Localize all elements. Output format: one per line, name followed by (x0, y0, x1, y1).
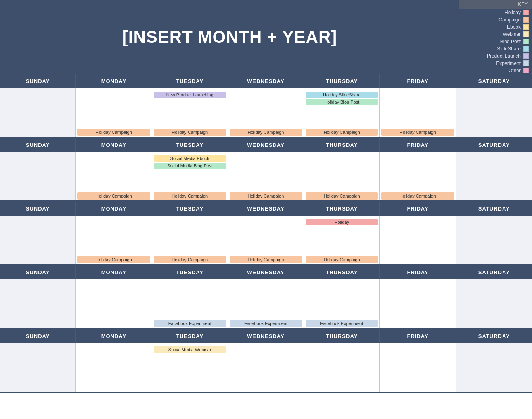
day-cell-w0-d6 (456, 88, 532, 137)
key-item-campaign: Campaign (459, 16, 532, 23)
day-cell-w3-d5 (380, 279, 456, 328)
header-title-area: [INSERT MONTH + YEAR] (0, 0, 459, 74)
day-cell-w1-d3: Holiday Campaign (228, 152, 304, 200)
bottom-tag-w1-d3: Holiday Campaign (230, 192, 302, 200)
key-item-launch: Product Launch (459, 52, 532, 60)
day-header-monday: MONDAY (76, 202, 152, 216)
event-tag-w1-d2-e1: Social Media Blog Post (154, 163, 226, 169)
day-cell-w1-d0 (0, 152, 76, 200)
day-header-monday: MONDAY (76, 329, 152, 343)
event-tag-w2-d4-e0: Holiday (306, 219, 378, 225)
week-header-2: SUNDAYMONDAYTUESDAYWEDNESDAYTHURSDAYFRID… (0, 202, 532, 216)
key-item-blogpost: Blog Post (459, 38, 532, 45)
day-cell-w2-d5 (380, 216, 456, 264)
day-cell-w1-d6 (456, 152, 532, 200)
key-item-slideshare: SlideShare (459, 45, 532, 52)
top-events-w4-d2: Social Media Webinar (154, 346, 226, 353)
day-cell-w4-d5 (380, 343, 456, 392)
bottom-tag-w1-d2: Holiday Campaign (154, 192, 226, 200)
day-header-thursday: THURSDAY (304, 265, 380, 279)
day-cell-w0-d0 (0, 88, 76, 137)
event-tag-w0-d4-e0: Holiday SlideShare (306, 92, 378, 98)
key-color-holiday (523, 10, 529, 15)
key-color-slideshare (523, 46, 529, 52)
day-header-friday: FRIDAY (380, 202, 456, 216)
day-header-tuesday: TUESDAY (152, 74, 228, 88)
calendar-app: [INSERT MONTH + YEAR] KEY: HolidayCampai… (0, 0, 532, 393)
key-label-slideshare: SlideShare (497, 46, 521, 52)
day-header-wednesday: WEDNESDAY (228, 329, 304, 343)
key-color-blogpost (523, 39, 529, 44)
key-item-webinar: Webinar (459, 31, 532, 38)
bottom-tag-w3-d3: Facebook Experiment (230, 320, 302, 327)
day-cell-w3-d0 (0, 279, 76, 328)
week-header-4: SUNDAYMONDAYTUESDAYWEDNESDAYTHURSDAYFRID… (0, 329, 532, 343)
day-header-friday: FRIDAY (380, 265, 456, 279)
day-cell-w2-d3: Holiday Campaign (228, 216, 304, 264)
key-label-webinar: Webinar (503, 31, 521, 37)
key-color-experiment (523, 60, 529, 66)
day-cell-w1-d5: Holiday Campaign (380, 152, 456, 200)
day-cell-w2-d1: Holiday Campaign (76, 216, 152, 264)
bottom-tag-w1-d5: Holiday Campaign (381, 192, 454, 200)
day-header-wednesday: WEDNESDAY (228, 265, 304, 279)
key-item-experiment: Experiment (459, 60, 532, 67)
week-row-4: Social Media Webinar (0, 343, 532, 393)
day-header-friday: FRIDAY (380, 138, 456, 152)
day-cell-w1-d4: Holiday Campaign (304, 152, 380, 200)
day-header-sunday: SUNDAY (0, 202, 76, 216)
day-cell-w1-d2: Social Media EbookSocial Media Blog Post… (152, 152, 228, 200)
key-label-experiment: Experiment (496, 60, 521, 66)
day-header-sunday: SUNDAY (0, 265, 76, 279)
day-cell-w3-d2: Facebook Experiment (152, 279, 228, 328)
day-cell-w4-d0 (0, 343, 76, 392)
day-cell-w2-d4: HolidayHoliday Campaign (304, 216, 380, 264)
day-cell-w3-d1 (76, 279, 152, 328)
day-header-thursday: THURSDAY (304, 138, 380, 152)
bottom-tag-w1-d4: Holiday Campaign (306, 192, 378, 200)
week-header-1: SUNDAYMONDAYTUESDAYWEDNESDAYTHURSDAYFRID… (0, 138, 532, 152)
day-header-tuesday: TUESDAY (152, 138, 228, 152)
bottom-tag-w2-d3: Holiday Campaign (230, 256, 302, 263)
key-title: KEY: (459, 0, 532, 9)
day-header-tuesday: TUESDAY (152, 329, 228, 343)
key-item-ebook: Ebook (459, 23, 532, 31)
bottom-tag-w2-d4: Holiday Campaign (306, 256, 378, 263)
event-tag-w0-d4-e1: Holiday Blog Post (306, 99, 378, 105)
day-cell-w4-d6 (456, 343, 532, 392)
week-row-3: Facebook ExperimentFacebook ExperimentFa… (0, 279, 532, 329)
key-label-campaign: Campaign (498, 17, 521, 23)
day-header-thursday: THURSDAY (304, 329, 380, 343)
top-events-w2-d4: Holiday (306, 219, 378, 225)
key-label-ebook: Ebook (507, 24, 521, 30)
day-header-tuesday: TUESDAY (152, 202, 228, 216)
header-row: [INSERT MONTH + YEAR] KEY: HolidayCampai… (0, 0, 532, 74)
key-item-holiday: Holiday (459, 9, 532, 16)
day-header-saturday: SATURDAY (456, 202, 532, 216)
day-header-monday: MONDAY (76, 74, 152, 88)
top-events-w0-d4: Holiday SlideShareHoliday Blog Post (306, 92, 378, 105)
day-header-thursday: THURSDAY (304, 202, 380, 216)
day-header-tuesday: TUESDAY (152, 265, 228, 279)
key-label-holiday: Holiday (505, 10, 521, 15)
week-row-2: Holiday CampaignHoliday CampaignHoliday … (0, 216, 532, 265)
calendar-title: [INSERT MONTH + YEAR] (122, 27, 337, 47)
day-header-saturday: SATURDAY (456, 138, 532, 152)
key-panel: KEY: HolidayCampaignEbookWebinarBlog Pos… (459, 0, 532, 74)
event-tag-w1-d2-e0: Social Media Ebook (154, 155, 226, 162)
week-row-1: Holiday CampaignSocial Media EbookSocial… (0, 152, 532, 202)
key-label-blogpost: Blog Post (500, 39, 521, 44)
key-color-ebook (523, 24, 529, 30)
day-header-saturday: SATURDAY (456, 74, 532, 88)
day-header-thursday: THURSDAY (304, 74, 380, 88)
bottom-tag-w2-d1: Holiday Campaign (77, 256, 150, 263)
day-header-sunday: SUNDAY (0, 138, 76, 152)
event-tag-w0-d2-e0: New Product Launching (154, 92, 226, 98)
key-color-campaign (523, 17, 529, 23)
bottom-tag-w3-d2: Facebook Experiment (154, 320, 226, 327)
day-cell-w0-d3: Holiday Campaign (228, 88, 304, 137)
top-events-w1-d2: Social Media EbookSocial Media Blog Post (154, 155, 226, 169)
day-header-saturday: SATURDAY (456, 265, 532, 279)
key-label-launch: Product Launch (487, 53, 521, 59)
bottom-tag-w0-d5: Holiday Campaign (381, 129, 454, 136)
